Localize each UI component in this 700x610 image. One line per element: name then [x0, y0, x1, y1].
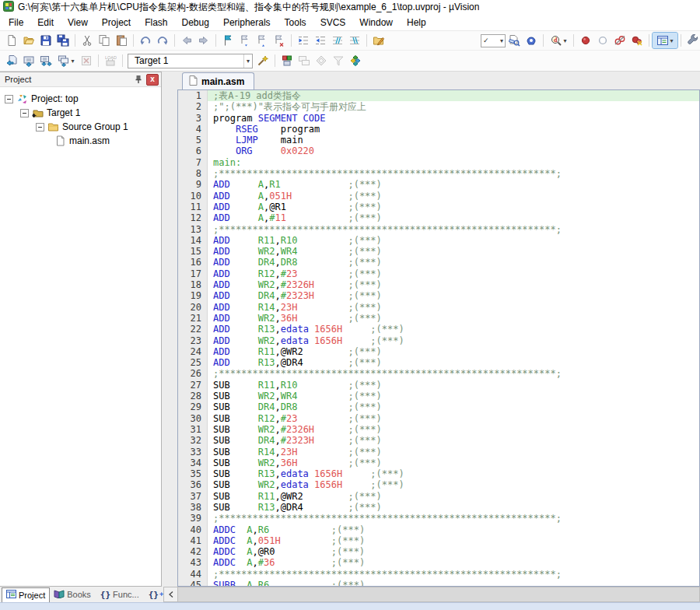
save-all-button[interactable] [54, 33, 72, 48]
menu-tools[interactable]: Tools [278, 16, 313, 30]
code-line[interactable]: 38SUB R13,@DR4 ;(***) [178, 502, 699, 513]
tab-project[interactable]: Project [2, 587, 50, 602]
code-line[interactable]: 32SUB DR4,#2323H ;(***) [178, 435, 699, 446]
target-select[interactable]: Target 1▾ [128, 54, 253, 68]
menu-flash[interactable]: Flash [138, 16, 174, 30]
rebuild-all-button[interactable] [37, 53, 54, 68]
code-line[interactable]: 1;表A-19 add类指令 [178, 90, 699, 101]
code-line[interactable]: 5 LJMP main [178, 135, 699, 145]
menu-view[interactable]: View [61, 16, 95, 30]
debug-dialog-button[interactable] [313, 53, 330, 68]
enable-disable-breakpoint-button[interactable] [594, 33, 611, 48]
tab-books[interactable]: Books [50, 587, 95, 601]
menu-peripherals[interactable]: Peripherals [216, 16, 278, 30]
scroll-left-icon[interactable] [164, 587, 178, 601]
menu-help[interactable]: Help [400, 16, 433, 30]
insert-breakpoint-button[interactable] [577, 33, 594, 48]
code-line[interactable]: 29SUB DR4,DR8 ;(***) [178, 401, 699, 412]
code-line[interactable]: 19ADD DR4,#2323H ;(***) [178, 290, 699, 301]
download-button[interactable]: LOAD [102, 53, 119, 68]
tree-item-target-1[interactable]: Target 1 [0, 106, 161, 120]
code-line[interactable]: 35SUB R13,edata 1656H ;(***) [178, 468, 699, 479]
previous-bookmark-button[interactable] [254, 33, 271, 48]
find-button[interactable]: d▾ [547, 33, 570, 48]
clear-all-bookmarks-button[interactable] [271, 33, 288, 48]
open-file-button[interactable] [20, 33, 37, 48]
collapse-icon[interactable] [36, 123, 44, 131]
menu-file[interactable]: File [2, 16, 30, 30]
code-line[interactable]: 22ADD R13,edata 1656H ;(***) [178, 324, 699, 335]
window-stack-button[interactable] [296, 53, 313, 68]
code-line[interactable]: 30SUB R12,#23 ;(***) [178, 413, 699, 424]
code-line[interactable]: 12ADD A,#11 ;(***) [178, 212, 699, 223]
code-line[interactable]: 25ADD R13,@DR4 ;(***) [178, 357, 699, 368]
code-line[interactable]: 9ADD A,R1 ;(***) [178, 179, 699, 190]
code-line[interactable]: 28SUB WR2,WR4 ;(***) [178, 391, 699, 401]
redo-button[interactable] [154, 33, 171, 48]
unindent-button[interactable] [295, 33, 312, 48]
paste-button[interactable] [113, 33, 130, 48]
undo-button[interactable] [137, 33, 154, 48]
edit-config-button[interactable] [370, 33, 387, 48]
filter-button[interactable] [330, 53, 347, 68]
translate-button[interactable] [3, 53, 20, 68]
code-line[interactable]: 7main: [178, 157, 699, 168]
code-line[interactable]: 3program SEGMENT CODE [178, 113, 699, 124]
menu-window[interactable]: Window [352, 16, 400, 30]
menu-edit[interactable]: Edit [30, 16, 61, 30]
code-line[interactable]: 36SUB WR2,edata 1656H ;(***) [178, 479, 699, 490]
window-layout-button[interactable]: ▾ [653, 33, 677, 48]
save-button[interactable] [37, 33, 54, 48]
disable-all-breakpoints-button[interactable] [611, 33, 628, 48]
code-line[interactable]: 13;*************************************… [178, 224, 699, 235]
code-line[interactable]: 41ADDC A,051H ;(***) [178, 535, 699, 546]
code-line[interactable]: 45SUBB A,R6 ;(***) [178, 580, 699, 587]
code-line[interactable]: 44;*************************************… [178, 569, 699, 580]
menu-project[interactable]: Project [95, 16, 138, 30]
code-line[interactable]: 21ADD WR2,36H ;(***) [178, 313, 699, 324]
collapse-icon[interactable] [20, 109, 29, 117]
pack-installer-button[interactable] [347, 53, 364, 68]
cut-button[interactable] [79, 33, 96, 48]
code-line[interactable]: 23ADD WR2,edata 1656H ;(***) [178, 335, 699, 346]
code-line[interactable]: 18ADD WR2,#2326H ;(***) [178, 279, 699, 290]
scrollbar-track[interactable] [178, 587, 699, 601]
code-line[interactable]: 27SUB R11,R10 ;(***) [178, 380, 699, 391]
code-line[interactable]: 33SUB R14,23H ;(***) [178, 447, 699, 457]
next-bookmark-button[interactable] [236, 33, 254, 48]
tab-functions[interactable]: {} Func... [96, 587, 143, 601]
navigate-forward-button[interactable] [195, 33, 212, 48]
code-line[interactable]: 15ADD WR2,WR4 ;(***) [178, 246, 699, 257]
kill-all-breakpoints-button[interactable] [628, 33, 646, 48]
copy-button[interactable] [96, 33, 113, 48]
find-in-files-button[interactable] [506, 33, 523, 48]
new-file-button[interactable] [3, 33, 20, 48]
tab-main-asm[interactable]: main.asm [182, 72, 254, 89]
close-icon[interactable]: x [146, 74, 159, 86]
comment-selection-button[interactable] [329, 33, 346, 48]
code-line[interactable]: 6 ORG 0x0220 [178, 145, 699, 156]
incremental-find-button[interactable] [523, 33, 540, 48]
code-line[interactable]: 4 RSEG program [178, 124, 699, 135]
uncomment-selection-button[interactable] [346, 33, 363, 48]
search-combobox[interactable]: ✓▾ [481, 34, 506, 47]
code-line[interactable]: 26;*************************************… [178, 368, 699, 379]
code-line[interactable]: 43ADDC A,#36 ;(***) [178, 557, 699, 568]
dock-splitter[interactable] [162, 72, 177, 587]
manage-components-button[interactable] [278, 53, 296, 68]
menu-svcs[interactable]: SVCS [313, 16, 353, 30]
code-line[interactable]: 42ADDC A,@R0 ;(***) [178, 546, 699, 557]
code-line[interactable]: 11ADD A,@R1 ;(***) [178, 202, 699, 212]
build-button[interactable] [20, 53, 37, 68]
code-line[interactable]: 8;**************************************… [178, 168, 699, 179]
tree-item-main-asm[interactable]: main.asm [0, 134, 161, 148]
pin-icon[interactable] [133, 74, 144, 85]
code-line[interactable]: 24ADD R11,@WR2 ;(***) [178, 346, 699, 357]
options-for-target-button[interactable] [254, 53, 271, 68]
code-line[interactable]: 17ADD R12,#23 ;(***) [178, 268, 699, 279]
code-line[interactable]: 34SUB WR2,36H ;(***) [178, 457, 699, 468]
code-line[interactable]: 14ADD R11,R10 ;(***) [178, 235, 699, 246]
code-line[interactable]: 37SUB R11,@WR2 ;(***) [178, 491, 699, 502]
code-line[interactable]: 2;";(***)"表示指令可与手册对应上 [178, 101, 699, 112]
code-line[interactable]: 10ADD A,051H ;(***) [178, 191, 699, 202]
